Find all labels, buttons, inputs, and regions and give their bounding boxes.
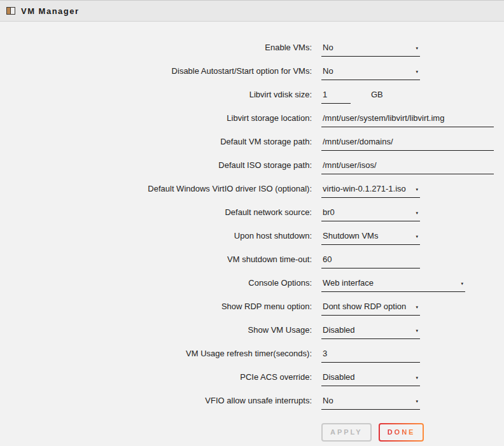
form-row-virtio-driver-iso: Default Windows VirtIO driver ISO (optio… — [0, 174, 504, 198]
disable-autostart-value: No — [323, 66, 333, 76]
chevron-down-icon: ▾ — [416, 399, 418, 404]
disable-autostart-label: Disable Autostart/Start option for VMs: — [0, 66, 312, 80]
enable-vms-control: No▾ — [321, 43, 420, 57]
pcie-acs-override-label: PCIe ACS override: — [0, 372, 312, 386]
chevron-down-icon: ▾ — [461, 281, 463, 286]
default-iso-storage-path-control — [321, 160, 494, 174]
console-options-select[interactable]: Web interface▾ — [321, 278, 465, 292]
form-row-upon-host-shutdown: Upon host shutdown:Shutdown VMs▾ — [0, 221, 504, 245]
chevron-down-icon: ▾ — [416, 305, 418, 310]
vm-shutdown-timeout-control — [321, 254, 420, 268]
default-network-source-value: br0 — [323, 207, 335, 217]
form-row-vfio-allow-unsafe-interrupts: VFIO allow unsafe interrupts:No▾ — [0, 386, 504, 410]
show-vm-usage-select[interactable]: Disabled▾ — [321, 325, 420, 339]
show-rdp-menu-option-value: Dont show RDP option — [323, 302, 406, 311]
libvirt-vdisk-size-control: GB — [321, 90, 383, 104]
vm-usage-refresh-timer-control — [321, 349, 420, 363]
form-row-vm-usage-refresh-timer: VM Usage refresh timer(seconds): — [0, 339, 504, 363]
chevron-down-icon: ▾ — [416, 211, 418, 216]
libvirt-storage-location-input[interactable] — [321, 113, 494, 127]
show-vm-usage-value: Disabled — [323, 325, 355, 335]
show-rdp-menu-option-control: Dont show RDP option▾ — [321, 302, 420, 316]
default-vm-storage-path-label: Default VM storage path: — [0, 137, 312, 151]
pcie-acs-override-value: Disabled — [323, 372, 355, 382]
libvirt-vdisk-size-label: Libvirt vdisk size: — [0, 90, 312, 104]
console-options-label: Console Options: — [0, 278, 312, 292]
default-vm-storage-path-input[interactable] — [321, 137, 494, 151]
vfio-allow-unsafe-interrupts-control: No▾ — [321, 396, 420, 410]
libvirt-storage-location-control — [321, 113, 494, 127]
form-row-libvirt-vdisk-size: Libvirt vdisk size:GB — [0, 80, 504, 104]
form-row-show-vm-usage: Show VM Usage:Disabled▾ — [0, 316, 504, 339]
form-row-disable-autostart: Disable Autostart/Start option for VMs:N… — [0, 57, 504, 80]
libvirt-vdisk-size-input[interactable] — [321, 90, 351, 104]
form-row-default-vm-storage-path: Default VM storage path: — [0, 127, 504, 151]
vm-manager-form: Enable VMs:No▾Disable Autostart/Start op… — [0, 22, 504, 410]
enable-vms-label: Enable VMs: — [0, 43, 312, 57]
page-title: VM Manager — [21, 6, 80, 16]
show-rdp-menu-option-select[interactable]: Dont show RDP option▾ — [321, 302, 420, 316]
columns-icon — [6, 7, 15, 15]
form-row-show-rdp-menu-option: Show RDP menu option:Dont show RDP optio… — [0, 292, 504, 316]
chevron-down-icon: ▾ — [416, 375, 418, 380]
form-row-libvirt-storage-location: Libvirt storage location: — [0, 104, 504, 127]
vm-shutdown-timeout-label: VM shutdown time-out: — [0, 254, 312, 268]
show-rdp-menu-option-label: Show RDP menu option: — [0, 302, 312, 316]
apply-button[interactable]: APPLY — [321, 423, 372, 442]
virtio-driver-iso-control: virtio-win-0.1.271-1.iso▾ — [321, 184, 420, 198]
vm-usage-refresh-timer-input[interactable] — [321, 349, 420, 363]
virtio-driver-iso-label: Default Windows VirtIO driver ISO (optio… — [0, 184, 312, 198]
enable-vms-value: No — [323, 43, 333, 52]
form-row-default-network-source: Default network source:br0▾ — [0, 198, 504, 221]
libvirt-storage-location-label: Libvirt storage location: — [0, 113, 312, 127]
done-button-label: DONE — [388, 428, 416, 436]
default-iso-storage-path-input[interactable] — [321, 160, 494, 174]
upon-host-shutdown-label: Upon host shutdown: — [0, 231, 312, 245]
chevron-down-icon: ▾ — [416, 234, 418, 239]
virtio-driver-iso-value: virtio-win-0.1.271-1.iso — [323, 184, 406, 193]
upon-host-shutdown-value: Shutdown VMs — [323, 231, 378, 240]
default-network-source-select[interactable]: br0▾ — [321, 207, 420, 221]
vfio-allow-unsafe-interrupts-label: VFIO allow unsafe interrupts: — [0, 396, 312, 410]
console-options-control: Web interface▾ — [321, 278, 465, 292]
form-row-default-iso-storage-path: Default ISO storage path: — [0, 151, 504, 174]
form-row-pcie-acs-override: PCIe ACS override:Disabled▾ — [0, 363, 504, 386]
default-iso-storage-path-label: Default ISO storage path: — [0, 160, 312, 174]
button-row: APPLY DONE — [321, 423, 504, 442]
upon-host-shutdown-control: Shutdown VMs▾ — [321, 231, 420, 245]
chevron-down-icon: ▾ — [416, 69, 418, 74]
chevron-down-icon: ▾ — [416, 187, 418, 192]
form-row-enable-vms: Enable VMs:No▾ — [0, 33, 504, 57]
done-button[interactable]: DONE — [379, 423, 424, 442]
default-network-source-label: Default network source: — [0, 207, 312, 221]
libvirt-vdisk-size-suffix: GB — [371, 90, 383, 104]
pcie-acs-override-select[interactable]: Disabled▾ — [321, 372, 420, 386]
default-vm-storage-path-control — [321, 137, 494, 151]
vm-shutdown-timeout-input[interactable] — [321, 254, 420, 268]
disable-autostart-control: No▾ — [321, 66, 420, 80]
vfio-allow-unsafe-interrupts-value: No — [323, 396, 333, 405]
upon-host-shutdown-select[interactable]: Shutdown VMs▾ — [321, 231, 420, 245]
vfio-allow-unsafe-interrupts-select[interactable]: No▾ — [321, 396, 420, 410]
vm-usage-refresh-timer-label: VM Usage refresh timer(seconds): — [0, 349, 312, 363]
default-network-source-control: br0▾ — [321, 207, 420, 221]
console-options-value: Web interface — [323, 278, 374, 288]
virtio-driver-iso-select[interactable]: virtio-win-0.1.271-1.iso▾ — [321, 184, 420, 198]
enable-vms-select[interactable]: No▾ — [321, 43, 420, 57]
form-row-console-options: Console Options:Web interface▾ — [0, 268, 504, 292]
form-row-vm-shutdown-timeout: VM shutdown time-out: — [0, 245, 504, 268]
chevron-down-icon: ▾ — [416, 46, 418, 51]
show-vm-usage-label: Show VM Usage: — [0, 325, 312, 339]
show-vm-usage-control: Disabled▾ — [321, 325, 420, 339]
chevron-down-icon: ▾ — [416, 328, 418, 333]
disable-autostart-select[interactable]: No▾ — [321, 66, 420, 80]
pcie-acs-override-control: Disabled▾ — [321, 372, 420, 386]
titlebar: VM Manager — [0, 0, 504, 22]
